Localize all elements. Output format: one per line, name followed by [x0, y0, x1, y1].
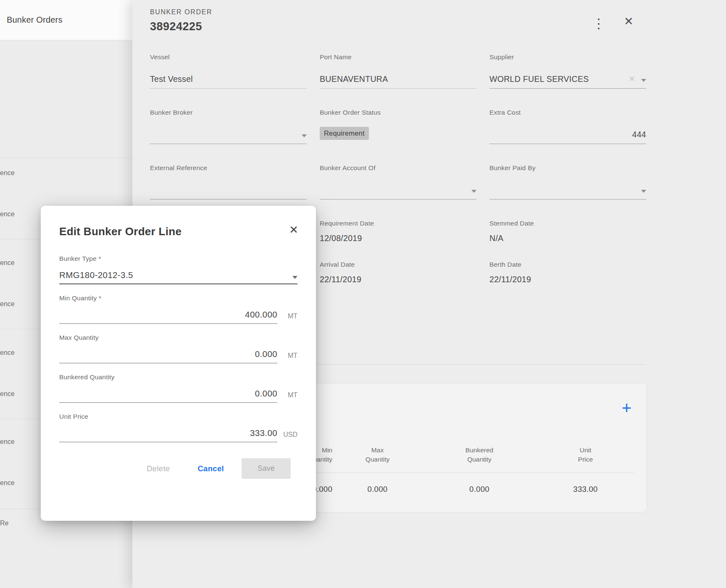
list-item[interactable]: ence — [0, 390, 15, 398]
edit-bunker-order-line-modal: ✕ Edit Bunker Order Line Bunker Type * R… — [41, 206, 316, 521]
bunker-account-of-field: Bunker Account Of — [320, 164, 476, 200]
bunker-paid-by-label: Bunker Paid By — [489, 164, 646, 172]
list-item[interactable]: ence — [0, 259, 15, 267]
chevron-down-icon — [471, 190, 476, 193]
bunker-broker-select[interactable] — [150, 126, 307, 144]
external-reference-label: External Reference — [150, 164, 307, 172]
column-header-unit-price: UnitPrice — [536, 446, 635, 464]
order-status-label: Bunker Order Status — [320, 109, 476, 116]
list-item[interactable]: ence — [0, 210, 15, 218]
modal-close-icon[interactable]: ✕ — [289, 224, 298, 235]
column-header-bunkered-quantity: BunkeredQuantity — [423, 446, 536, 464]
column-header-max-quantity: MaxQuantity — [332, 446, 423, 464]
supplier-field: Supplier WORLD FUEL SERVICES ✕ — [489, 53, 646, 89]
vessel-input[interactable]: Test Vessel — [150, 70, 307, 89]
port-name-label: Port Name — [320, 53, 476, 61]
delete-button[interactable]: Delete — [147, 464, 170, 473]
max-quantity-field: Max Quantity 0.000 MT — [59, 334, 297, 363]
bunker-paid-by-select[interactable] — [489, 181, 646, 200]
unit-suffix: MT — [277, 391, 297, 403]
cell-bunkered-quantity: 0.000 — [423, 485, 536, 494]
bunkered-quantity-label: Bunkered Quantity — [59, 373, 297, 381]
chevron-down-icon — [302, 134, 307, 137]
stemmed-date-label: Stemmed Date — [489, 220, 646, 227]
clear-icon[interactable]: ✕ — [629, 74, 641, 84]
arrival-date-field: Arrival Date 22/11/2019 — [320, 261, 476, 284]
list-item[interactable]: ence — [0, 438, 15, 446]
list-item[interactable]: ence — [0, 479, 15, 487]
external-reference-input[interactable] — [150, 181, 307, 200]
unit-price-input[interactable]: 333.00 USD — [59, 427, 297, 442]
bunkered-quantity-field: Bunkered Quantity 0.000 MT — [59, 373, 297, 403]
supplier-select[interactable]: WORLD FUEL SERVICES ✕ — [489, 70, 646, 89]
unit-price-label: Unit Price — [59, 413, 297, 420]
requirement-date-label: Requirement Date — [320, 220, 476, 227]
list-item[interactable]: ence — [0, 349, 15, 357]
extra-cost-label: Extra Cost — [489, 109, 646, 116]
panel-close-icon[interactable]: ✕ — [624, 16, 634, 27]
min-quantity-input[interactable]: 400.000 MT — [59, 309, 297, 324]
screen: Bunker Orders ence ence ence ence ence e… — [0, 0, 726, 588]
add-line-button[interactable]: + — [622, 399, 631, 416]
bunkered-quantity-input[interactable]: 0.000 MT — [59, 388, 297, 403]
list-item[interactable]: ence — [0, 169, 15, 177]
max-quantity-label: Max Quantity — [59, 334, 297, 341]
background-page-header: Bunker Orders — [0, 0, 132, 40]
unit-suffix: MT — [277, 352, 297, 363]
port-name-field: Port Name BUENAVENTURA — [320, 53, 476, 89]
save-button[interactable]: Save — [242, 458, 291, 479]
requirement-date-field: Requirement Date 12/08/2019 — [320, 220, 476, 243]
min-quantity-label: Min Quantity * — [59, 294, 297, 302]
chevron-down-icon — [292, 276, 297, 279]
arrival-date-value: 22/11/2019 — [320, 274, 476, 284]
modal-title: Edit Bunker Order Line — [59, 206, 297, 238]
bunker-account-of-select[interactable] — [320, 181, 476, 200]
external-reference-field: External Reference — [150, 164, 307, 200]
unit-suffix: MT — [277, 312, 297, 324]
modal-actions: Delete Cancel Save — [59, 458, 297, 479]
panel-header: BUNKER ORDER 38924225 — [132, 0, 726, 33]
vessel-field: Vessel Test Vessel — [150, 53, 307, 89]
chevron-down-icon — [641, 79, 646, 82]
requirement-date-value: 12/08/2019 — [320, 233, 476, 243]
stemmed-date-field: Stemmed Date N/A — [489, 220, 646, 243]
list-item[interactable]: Re — [0, 520, 8, 527]
list-item[interactable]: ence — [0, 300, 15, 308]
stemmed-date-value: N/A — [489, 233, 646, 243]
vessel-label: Vessel — [150, 53, 307, 61]
kebab-menu-icon[interactable] — [594, 18, 603, 29]
max-quantity-input[interactable]: 0.000 MT — [59, 348, 297, 363]
status-badge: Requirement — [320, 127, 369, 140]
order-id: 38924225 — [150, 20, 726, 33]
bunker-type-label: Bunker Type * — [59, 255, 297, 262]
cell-unit-price: 333.00 — [536, 485, 635, 494]
supplier-label: Supplier — [489, 53, 646, 61]
bunker-broker-field: Bunker Broker — [150, 109, 307, 144]
unit-price-field: Unit Price 333.00 USD — [59, 413, 297, 442]
port-name-input[interactable]: BUENAVENTURA — [320, 70, 476, 89]
bunker-paid-by-field: Bunker Paid By — [489, 164, 646, 200]
extra-cost-input[interactable]: 444 — [489, 126, 646, 144]
page-title: Bunker Orders — [7, 15, 63, 25]
extra-cost-field: Extra Cost 444 — [489, 109, 646, 144]
berth-date-label: Berth Date — [489, 261, 646, 268]
min-quantity-field: Min Quantity * 400.000 MT — [59, 294, 297, 324]
order-status-field: Bunker Order Status Requirement — [320, 109, 476, 144]
cell-max-quantity: 0.000 — [332, 485, 423, 494]
berth-date-value: 22/11/2019 — [489, 274, 646, 284]
panel-kicker: BUNKER ORDER — [150, 8, 726, 16]
berth-date-field: Berth Date 22/11/2019 — [489, 261, 646, 284]
chevron-down-icon — [641, 190, 646, 193]
bunker-account-of-label: Bunker Account Of — [320, 164, 476, 172]
arrival-date-label: Arrival Date — [320, 261, 476, 268]
order-status-value: Requirement — [320, 126, 476, 144]
bunker-type-select[interactable]: RMG180-2012-3.5 — [59, 269, 297, 284]
bunker-type-field: Bunker Type * RMG180-2012-3.5 — [59, 255, 297, 284]
currency-suffix: USD — [277, 431, 297, 442]
cancel-button[interactable]: Cancel — [197, 464, 224, 473]
bunker-broker-label: Bunker Broker — [150, 109, 307, 116]
